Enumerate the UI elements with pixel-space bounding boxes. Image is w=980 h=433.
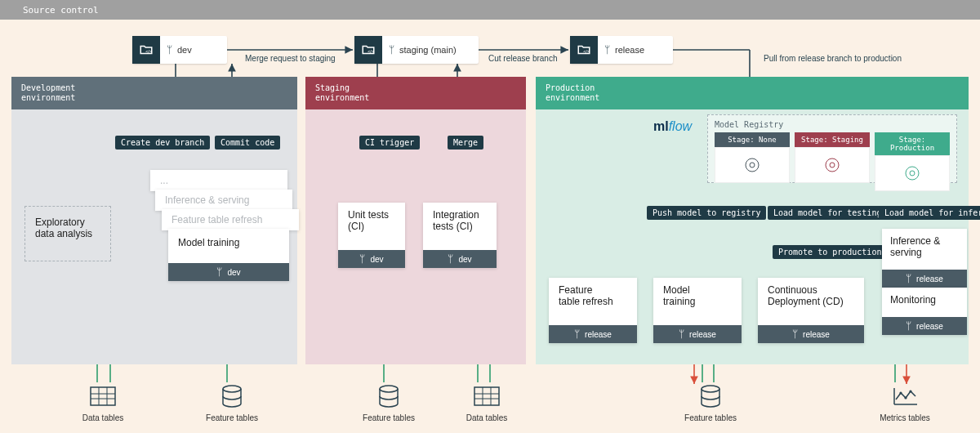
svg-text:</>: </> <box>145 49 152 54</box>
repo-staging: </> ᛘstaging (main) <box>354 36 479 64</box>
label-load-inference: Load model for inference <box>879 206 980 220</box>
card-model-training-dev: Model training ᛘ dev <box>168 229 289 281</box>
repo-staging-label: staging (main) <box>399 45 457 55</box>
svg-point-14 <box>899 391 902 394</box>
table-icon <box>87 382 119 410</box>
svg-point-4 <box>750 163 755 167</box>
feat-refresh-prod-label: Feature table refresh <box>549 278 637 325</box>
cd-label: Continuous Deployment (CD) <box>758 278 864 325</box>
footer-metrics-tables: Metrics tables <box>875 382 934 422</box>
repo-release: </> ᛘrelease <box>570 36 673 64</box>
card-feat-refresh-prod: Feature table refresh ᛘ release <box>549 278 637 343</box>
model-icon <box>795 147 870 183</box>
svg-point-8 <box>910 171 915 176</box>
stack-dots-label: ... <box>150 170 287 191</box>
label-merge: Merge <box>448 136 483 150</box>
model-training-dev-label: Model training <box>168 229 289 263</box>
branch-icon: ᛘ <box>167 44 172 56</box>
footer-feature-tables-3: Feature tables <box>681 382 740 422</box>
model-icon <box>715 147 790 183</box>
eda-title: Exploratory data analysis <box>25 207 110 249</box>
repo-release-label: release <box>615 45 644 55</box>
metrics-icon <box>889 382 921 410</box>
svg-text:</>: </> <box>368 49 374 54</box>
card-inference-prod: Inference & serving ᛘ release <box>882 229 967 288</box>
label-push-model: Push model to registry <box>647 206 766 220</box>
card-unit-tests: Unit tests (CI) ᛘ dev <box>338 203 405 268</box>
card-cd: Continuous Deployment (CD) ᛘ release <box>758 278 864 343</box>
footer-data-tables-1: Data tables <box>78 382 127 422</box>
inference-prod-label: Inference & serving <box>882 229 967 270</box>
prd-env-header: Production environment <box>536 77 969 109</box>
svg-point-5 <box>826 158 839 172</box>
svg-text:</>: </> <box>583 49 590 54</box>
footer-data-tables-2: Data tables <box>462 382 511 422</box>
registry-stage-staging: Stage: Staging <box>795 132 870 191</box>
registry-stage-none: Stage: None <box>715 132 790 191</box>
svg-point-15 <box>904 396 906 399</box>
repo-dev: </> ᛘdev <box>132 36 227 64</box>
database-icon <box>372 382 405 410</box>
card-eda: Exploratory data analysis <box>24 206 111 261</box>
code-folder-icon: </> <box>354 36 382 64</box>
card-integration-tests: Integration tests (CI) ᛘ dev <box>423 203 497 268</box>
card-model-training-prod: Model training ᛘ release <box>653 278 742 343</box>
svg-point-11 <box>380 386 398 392</box>
footer-feature-tables-1: Feature tables <box>203 382 261 422</box>
card-stack-dots: ... <box>150 170 287 191</box>
label-commit-code: Commit code <box>215 136 280 150</box>
source-control-label: Source control <box>0 5 99 16</box>
table-icon <box>470 382 503 410</box>
card-inference-ghost: Inference & serving <box>155 190 292 211</box>
monitoring-label: Monitoring <box>882 288 967 317</box>
diagram-canvas: Source control <box>0 0 980 433</box>
inference-ghost-label: Inference & serving <box>155 190 292 211</box>
branch-icon: ᛘ <box>389 44 394 56</box>
svg-point-16 <box>909 390 911 392</box>
svg-point-10 <box>223 386 241 392</box>
dev-branch-foot: dev <box>227 268 240 277</box>
model-registry: Model Registry Stage: None Stage: Stagin… <box>707 114 957 183</box>
label-merge-to-staging: Merge request to staging <box>245 54 336 63</box>
code-folder-icon: </> <box>132 36 160 64</box>
svg-rect-9 <box>91 387 115 405</box>
label-cut-release: Cut release branch <box>488 54 558 63</box>
label-pull-to-prod: Pull from release branch to production <box>764 54 902 63</box>
database-icon <box>694 382 727 410</box>
integration-branch: dev <box>458 255 471 264</box>
stg-env-header: Staging environment <box>305 77 526 109</box>
unit-branch: dev <box>370 255 383 264</box>
code-folder-icon: </> <box>570 36 598 64</box>
svg-point-6 <box>830 163 835 167</box>
footer-feature-tables-2: Feature tables <box>359 382 418 422</box>
model-training-prod-label: Model training <box>653 278 742 325</box>
svg-rect-12 <box>474 387 499 405</box>
model-registry-title: Model Registry <box>715 120 950 129</box>
repo-dev-label: dev <box>177 45 192 55</box>
feat-refresh-ghost-label: Feature table refresh <box>162 209 299 230</box>
integration-tests-label: Integration tests (CI) <box>423 203 497 250</box>
mlflow-logo: mlflow <box>653 119 692 134</box>
svg-point-3 <box>746 158 759 172</box>
model-icon <box>875 155 950 191</box>
card-monitoring: Monitoring ᛘ release <box>882 288 967 335</box>
branch-icon: ᛘ <box>604 44 610 56</box>
label-load-testing: Load model for testing <box>768 206 887 220</box>
svg-point-13 <box>702 386 719 392</box>
source-control-bar: Source control <box>0 0 980 20</box>
label-promote: Promote to production <box>773 245 887 259</box>
label-create-dev-branch: Create dev branch <box>115 136 210 150</box>
registry-stage-production: Stage: Production <box>875 132 950 191</box>
svg-point-7 <box>906 167 919 180</box>
label-ci-trigger: CI trigger <box>359 136 420 150</box>
database-icon <box>216 382 248 410</box>
unit-tests-label: Unit tests (CI) <box>338 203 405 250</box>
card-feat-refresh-ghost: Feature table refresh <box>162 209 299 230</box>
dev-env-header: Development environment <box>11 77 297 109</box>
